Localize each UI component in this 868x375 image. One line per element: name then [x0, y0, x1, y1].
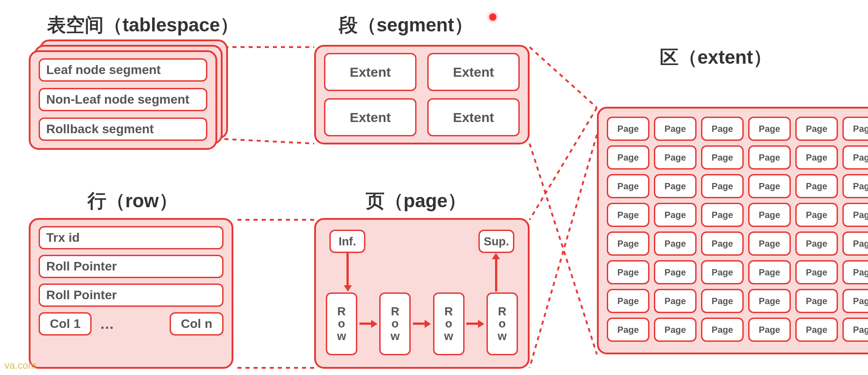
- row-list: Trx id Roll Pointer Roll Pointer: [39, 226, 224, 307]
- extent-page-cell: Page: [748, 318, 791, 342]
- tablespace-item: Rollback segment: [39, 118, 207, 141]
- extent-page-cell: Page: [607, 260, 649, 284]
- extent-page-cell: Page: [607, 289, 649, 313]
- segment-grid: Extent Extent Extent Extent: [324, 53, 520, 136]
- extent-page-cell: Page: [748, 117, 791, 141]
- row-col-first: Col 1: [39, 312, 92, 336]
- extent-page-cell: Page: [842, 318, 868, 342]
- row-col-last: Col n: [170, 312, 224, 336]
- segment-panel: Extent Extent Extent Extent: [314, 45, 530, 144]
- extent-page-cell: Page: [795, 203, 838, 227]
- extent-page-cell: Page: [701, 260, 744, 284]
- extent-page-cell: Page: [795, 260, 838, 284]
- page-inf-box: Inf.: [329, 230, 365, 253]
- tablespace-item: Non-Leaf node segment: [39, 88, 207, 111]
- extent-page-cell: Page: [701, 203, 744, 227]
- extent-page-cell: Page: [748, 203, 791, 227]
- watermark: va.com: [4, 360, 36, 371]
- arrow-inf-down-head: [344, 285, 352, 292]
- extent-page-cell: Page: [654, 260, 697, 284]
- extent-page-cell: Page: [842, 174, 868, 198]
- arrow-sup-up: [495, 259, 497, 292]
- segment-extent-cell: Extent: [427, 98, 520, 136]
- extent-page-cell: Page: [795, 289, 838, 313]
- arrow-row-next: [413, 322, 431, 326]
- extent-page-cell: Page: [607, 318, 649, 342]
- arrow-sup-up-head: [492, 253, 500, 259]
- extent-page-cell: Page: [795, 231, 838, 256]
- svg-line-5: [530, 135, 597, 368]
- extent-page-cell: Page: [842, 260, 868, 284]
- extent-page-cell: Page: [795, 145, 838, 170]
- row-columns: Col 1 … Col n: [39, 312, 224, 336]
- svg-line-4: [530, 108, 597, 220]
- row-item: Roll Pointer: [39, 283, 224, 307]
- page-row-box: Row: [379, 292, 411, 355]
- extent-page-cell: Page: [795, 318, 838, 342]
- extent-page-cell: Page: [607, 174, 649, 198]
- extent-page-cell: Page: [654, 117, 697, 141]
- extent-page-cell: Page: [748, 260, 791, 284]
- extent-page-cell: Page: [842, 145, 868, 170]
- row-item: Trx id: [39, 226, 224, 249]
- extent-page-cell: Page: [748, 174, 791, 198]
- heading-extent: 区（extent）: [660, 45, 772, 70]
- extent-page-cell: Page: [701, 145, 744, 170]
- heading-segment: 段（segment）: [339, 13, 473, 38]
- extent-page-cell: Page: [748, 145, 791, 170]
- segment-extent-cell: Extent: [427, 53, 520, 91]
- extent-page-cell: Page: [748, 231, 791, 256]
- row-col-ellipsis: …: [100, 316, 114, 332]
- row-panel: Trx id Roll Pointer Roll Pointer Col 1 ……: [29, 218, 233, 369]
- row-item: Roll Pointer: [39, 255, 224, 278]
- tablespace-item: Leaf node segment: [39, 58, 207, 82]
- extent-panel: PagePagePagePagePagePagePagePagePagePage…: [597, 107, 868, 354]
- extent-page-cell: Page: [701, 231, 744, 256]
- extent-page-cell: Page: [654, 174, 697, 198]
- pointer-dot: [489, 13, 496, 21]
- extent-page-cell: Page: [654, 231, 697, 256]
- extent-page-cell: Page: [654, 203, 697, 227]
- extent-grid: PagePagePagePagePagePagePagePagePagePage…: [607, 117, 868, 342]
- extent-page-cell: Page: [795, 174, 838, 198]
- heading-page: 页（page）: [366, 188, 466, 214]
- extent-page-cell: Page: [842, 203, 868, 227]
- page-row-container: RowRowRowRow: [326, 292, 518, 355]
- extent-page-cell: Page: [607, 203, 649, 227]
- page-panel: Inf. Sup. RowRowRowRow: [314, 218, 530, 369]
- extent-page-cell: Page: [842, 289, 868, 313]
- extent-page-cell: Page: [701, 174, 744, 198]
- page-row-box: Row: [487, 292, 518, 355]
- extent-page-cell: Page: [607, 145, 649, 170]
- extent-page-cell: Page: [701, 318, 744, 342]
- heading-row: 行（row）: [88, 188, 178, 214]
- tablespace-list: Leaf node segment Non-Leaf node segment …: [39, 58, 207, 141]
- segment-extent-cell: Extent: [324, 53, 416, 91]
- segment-extent-cell: Extent: [324, 98, 416, 136]
- extent-page-cell: Page: [607, 231, 649, 256]
- extent-page-cell: Page: [607, 117, 649, 141]
- extent-page-cell: Page: [701, 289, 744, 313]
- extent-page-cell: Page: [654, 289, 697, 313]
- tablespace-panel: Leaf node segment Non-Leaf node segment …: [29, 50, 217, 150]
- extent-page-cell: Page: [701, 117, 744, 141]
- extent-page-cell: Page: [654, 145, 697, 170]
- heading-tablespace: 表空间（tablespace）: [47, 13, 239, 38]
- page-sup-box: Sup.: [478, 230, 514, 253]
- extent-page-cell: Page: [842, 231, 868, 256]
- arrow-inf-down: [346, 253, 349, 285]
- arrow-row-next: [359, 322, 377, 326]
- arrow-row-next: [466, 322, 484, 326]
- extent-page-cell: Page: [795, 117, 838, 141]
- extent-page-cell: Page: [654, 318, 697, 342]
- svg-line-3: [530, 144, 597, 354]
- svg-line-1: [224, 139, 314, 144]
- extent-page-cell: Page: [842, 117, 868, 141]
- page-row-box: Row: [433, 292, 465, 355]
- extent-page-cell: Page: [748, 289, 791, 313]
- svg-line-2: [530, 47, 597, 108]
- page-row-box: Row: [326, 292, 357, 355]
